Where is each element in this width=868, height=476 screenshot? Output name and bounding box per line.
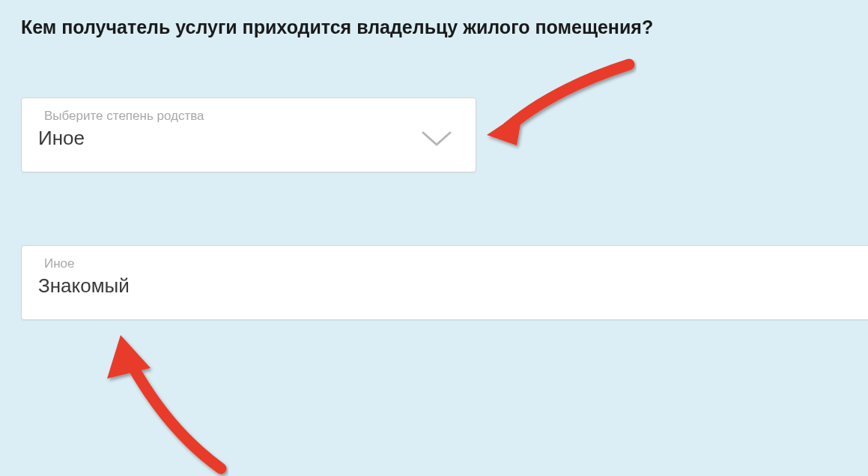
svg-marker-1: [107, 335, 151, 379]
annotation-arrow-icon: [479, 58, 637, 166]
relationship-select-label: Выберите степень родства: [44, 109, 459, 124]
svg-marker-0: [487, 111, 523, 145]
relationship-select[interactable]: Выберите степень родства Иное: [21, 97, 476, 172]
page-heading: Кем получатель услуги приходится владель…: [21, 16, 653, 38]
annotation-arrow-icon: [86, 326, 228, 476]
other-relationship-value: Знакомый: [38, 274, 852, 298]
chevron-down-icon: [420, 130, 453, 152]
relationship-select-value: Иное: [38, 127, 459, 150]
other-relationship-label: Иное: [44, 256, 852, 271]
other-relationship-input[interactable]: Иное Знакомый: [21, 245, 868, 320]
